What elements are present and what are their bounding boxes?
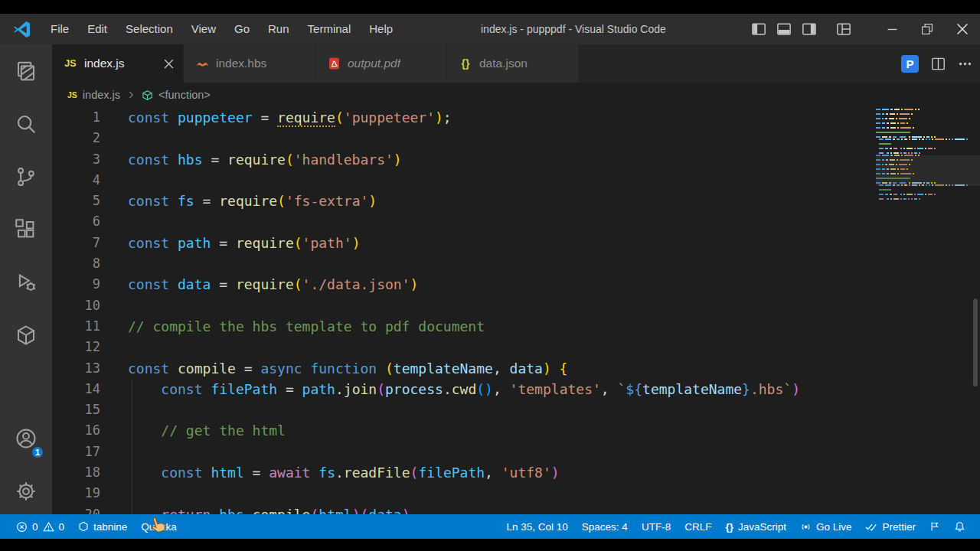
- split-editor-icon[interactable]: [931, 57, 946, 71]
- line-number[interactable]: 18: [52, 462, 100, 483]
- code-line[interactable]: // get the html: [128, 420, 800, 441]
- breadcrumb: JS index.js <function>: [52, 83, 980, 107]
- code-line[interactable]: const path = require('path'): [128, 233, 800, 253]
- js-icon: JS: [67, 90, 77, 99]
- breadcrumb-symbol[interactable]: <function>: [158, 89, 211, 101]
- menu-go[interactable]: Go: [225, 14, 259, 44]
- code-line[interactable]: [128, 211, 800, 232]
- status-right: Ln 35, Col 10 Spaces: 4 UTF-8 CRLF {} Ja…: [500, 514, 972, 539]
- tab-output-pdf[interactable]: output.pdf: [315, 44, 447, 83]
- line-number[interactable]: 2: [52, 128, 100, 148]
- breadcrumb-file[interactable]: index.js: [83, 89, 120, 101]
- code-line[interactable]: [128, 483, 800, 504]
- code-line[interactable]: const html = await fs.readFile(filePath,…: [128, 462, 800, 483]
- vscode-window: File Edit Selection View Go Run Terminal…: [0, 0, 980, 551]
- eol-sequence[interactable]: CRLF: [678, 514, 718, 539]
- menu-help[interactable]: Help: [360, 14, 402, 44]
- gutter[interactable]: 1234567891011121314151617181920: [52, 107, 100, 514]
- code-line[interactable]: [128, 399, 800, 420]
- line-number[interactable]: 20: [52, 504, 100, 514]
- line-number[interactable]: 13: [52, 358, 100, 379]
- code-line[interactable]: const data = require('./data.json'): [128, 274, 800, 295]
- line-number[interactable]: 12: [52, 337, 100, 357]
- line-number[interactable]: 15: [52, 399, 100, 420]
- notifications-bell[interactable]: [947, 514, 972, 539]
- line-number[interactable]: 6: [52, 211, 100, 232]
- problems-status[interactable]: 0 0: [9, 514, 71, 539]
- vertical-scrollbar[interactable]: [973, 298, 978, 386]
- tabnine-status[interactable]: tabnine: [71, 514, 134, 539]
- code-line[interactable]: [128, 295, 800, 316]
- source-control-icon[interactable]: [0, 150, 52, 203]
- more-actions-icon[interactable]: [958, 57, 972, 71]
- menubar: File Edit Selection View Go Run Terminal…: [41, 14, 402, 44]
- go-live[interactable]: Go Live: [793, 514, 859, 539]
- toggle-panel-icon[interactable]: [776, 21, 792, 37]
- menu-edit[interactable]: Edit: [78, 14, 116, 44]
- tab-data-json[interactable]: {} data.json: [447, 44, 579, 83]
- code-line[interactable]: const hbs = require('handlebars'): [128, 149, 800, 170]
- run-debug-icon[interactable]: [0, 256, 52, 308]
- line-number[interactable]: 1: [52, 107, 100, 128]
- accounts-icon[interactable]: 1: [0, 415, 52, 462]
- code-line[interactable]: [128, 337, 800, 357]
- line-number[interactable]: 9: [52, 274, 100, 295]
- code-line[interactable]: [128, 128, 800, 148]
- encoding[interactable]: UTF-8: [635, 514, 678, 539]
- code-line[interactable]: [128, 253, 800, 274]
- editor[interactable]: 1234567891011121314151617181920 const pu…: [52, 107, 980, 514]
- code-line[interactable]: [128, 170, 800, 191]
- prettier-extension-icon[interactable]: P: [901, 55, 919, 73]
- feedback-status[interactable]: [923, 514, 947, 539]
- activity-bar: 1: [0, 44, 52, 514]
- menu-selection[interactable]: Selection: [116, 14, 182, 44]
- toggle-sidebar-icon[interactable]: [751, 21, 766, 37]
- explorer-icon[interactable]: [0, 44, 52, 97]
- code-line[interactable]: // compile the hbs template to pdf docum…: [128, 316, 800, 337]
- menu-run[interactable]: Run: [259, 14, 299, 44]
- line-number[interactable]: 4: [52, 170, 100, 191]
- line-number[interactable]: 11: [52, 316, 100, 337]
- extensions-icon[interactable]: [0, 203, 52, 256]
- line-number[interactable]: 7: [52, 233, 100, 253]
- line-number[interactable]: 10: [52, 295, 100, 316]
- line-number[interactable]: 19: [52, 483, 100, 504]
- account-badge: 1: [31, 445, 44, 459]
- search-icon[interactable]: [0, 97, 52, 150]
- line-number[interactable]: 14: [52, 379, 100, 399]
- line-number[interactable]: 16: [52, 420, 100, 441]
- minimap[interactable]: [876, 109, 969, 201]
- tab-index-hbs[interactable]: index.hbs: [184, 44, 315, 83]
- code-line[interactable]: const filePath = path.join(process.cwd()…: [128, 379, 800, 399]
- menu-file[interactable]: File: [41, 14, 78, 44]
- language-mode[interactable]: {} JavaScript: [718, 514, 793, 539]
- code-line[interactable]: const puppeteer = require('puppeteer');: [128, 107, 800, 128]
- cursor-position[interactable]: Ln 35, Col 10: [500, 514, 575, 539]
- customize-layout-icon[interactable]: [836, 21, 851, 37]
- line-number[interactable]: 8: [52, 253, 100, 274]
- error-icon: [16, 521, 28, 533]
- line-number[interactable]: 3: [52, 149, 100, 170]
- close-button[interactable]: [945, 14, 980, 44]
- menu-terminal[interactable]: Terminal: [299, 14, 361, 44]
- minimize-button[interactable]: [874, 14, 910, 44]
- settings-gear-icon[interactable]: [0, 468, 52, 514]
- package-box-icon[interactable]: [0, 308, 52, 361]
- tabnine-label: tabnine: [93, 521, 127, 533]
- code-line[interactable]: [128, 442, 800, 462]
- close-tab-icon[interactable]: [160, 55, 177, 72]
- code-lines[interactable]: const puppeteer = require('puppeteer');c…: [128, 107, 800, 514]
- restore-button[interactable]: [910, 14, 945, 44]
- prettier-status[interactable]: Prettier: [858, 514, 923, 539]
- line-number[interactable]: 5: [52, 191, 100, 211]
- tab-label: data.json: [479, 57, 528, 70]
- code-line[interactable]: const compile = async function (template…: [128, 358, 800, 379]
- tab-index-js[interactable]: JS index.js: [52, 44, 184, 83]
- indentation[interactable]: Spaces: 4: [575, 514, 635, 539]
- code-line[interactable]: const fs = require('fs-extra'): [128, 191, 800, 211]
- menu-view[interactable]: View: [182, 14, 225, 44]
- toggle-secondary-sidebar-icon[interactable]: [802, 21, 817, 37]
- code-line[interactable]: return hbs.compile(html)(data): [128, 504, 800, 514]
- line-number[interactable]: 17: [52, 442, 100, 462]
- symbol-function-icon: [142, 90, 153, 101]
